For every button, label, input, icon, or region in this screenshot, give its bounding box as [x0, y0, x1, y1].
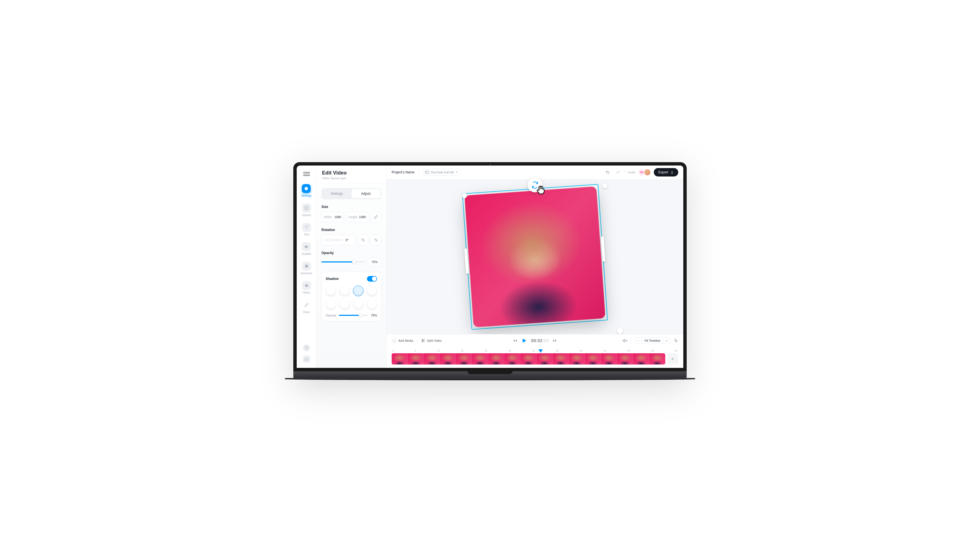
tab-settings[interactable]: Settings — [322, 189, 352, 199]
upload-icon — [670, 170, 674, 174]
ruler-tick: 20 — [485, 349, 487, 352]
pencil-icon — [302, 301, 311, 309]
flip-h-icon — [361, 238, 365, 242]
resize-handle-tr[interactable] — [602, 183, 608, 188]
clip-thumbnail — [633, 353, 649, 364]
export-button[interactable]: Export — [654, 168, 678, 177]
ruler-tick: 60 — [675, 349, 678, 352]
svg-point-9 — [422, 339, 423, 341]
opacity-value[interactable]: 75% — [368, 258, 381, 266]
shadow-toggle[interactable] — [367, 276, 377, 282]
elements-icon — [302, 262, 311, 270]
grab-cursor-icon — [535, 184, 546, 197]
main-area: Project's Name YouTube Full HD Invite — [387, 165, 683, 368]
panel-subtitle: Video Name.mp4 — [322, 177, 381, 180]
rotation-label: Rotation — [321, 228, 381, 232]
waveform-button[interactable] — [674, 338, 678, 343]
clip-thumbnail — [504, 353, 520, 364]
sidebar-item-elements[interactable]: Elements — [301, 260, 312, 277]
svg-point-1 — [305, 207, 306, 207]
zoom-out-button[interactable]: − — [635, 337, 642, 344]
shadow-label: Shadow — [326, 277, 339, 281]
shadow-swatch[interactable] — [326, 299, 336, 310]
clip-thumbnail — [601, 353, 617, 364]
width-label: Width — [324, 215, 332, 219]
height-input[interactable]: Height 1080 — [346, 212, 369, 222]
image-icon — [302, 204, 311, 212]
ruler-tick: 50 — [627, 349, 630, 352]
undo-button[interactable] — [603, 168, 611, 176]
plus-icon: + — [392, 338, 397, 343]
invite-button[interactable]: Invite — [628, 170, 635, 174]
split-video-button[interactable]: Split Video — [422, 339, 442, 342]
shadow-swatch[interactable] — [353, 299, 364, 310]
rotation-slider[interactable]: 0° — [321, 235, 355, 245]
sidebar-item-filters[interactable]: Filters — [302, 279, 311, 296]
preset-selector[interactable]: YouTube Full HD — [423, 169, 460, 176]
forward-button[interactable] — [553, 338, 557, 343]
sidebar-item-label: Subtitle — [302, 252, 311, 255]
flip-vertical-button[interactable] — [371, 235, 381, 245]
redo-button[interactable] — [614, 168, 622, 176]
topbar: Project's Name YouTube Full HD Invite — [387, 165, 683, 180]
sidebar-item-text[interactable]: Text — [302, 221, 311, 238]
ruler-tick: 25 — [508, 349, 511, 352]
project-name[interactable]: Project's Name — [392, 170, 414, 174]
control-bar: + Add Media Split Video 00:02:23 − — [387, 334, 683, 347]
video-thumbnail — [465, 186, 606, 328]
shadow-swatch[interactable] — [366, 299, 377, 310]
shadow-swatch[interactable] — [339, 299, 350, 310]
ruler-tick: 15 — [461, 349, 464, 352]
clip-thumbnail — [408, 353, 424, 364]
preset-label: YouTube Full HD — [431, 170, 454, 174]
chevron-down-icon — [456, 171, 458, 173]
collaborators[interactable]: SK — [638, 169, 651, 176]
opacity-slider[interactable] — [321, 261, 365, 263]
clip-thumbnail — [440, 353, 456, 364]
shadow-swatch[interactable] — [366, 286, 377, 296]
clip-thumbnail — [392, 353, 408, 364]
ruler-tick: 55 — [651, 349, 654, 352]
menu-toggle-button[interactable] — [303, 170, 310, 177]
volume-button[interactable] — [623, 338, 628, 343]
timecode-active: 00:02: — [531, 338, 544, 343]
rewind-button[interactable] — [513, 338, 517, 343]
sidebar-item-settings[interactable]: Settings — [301, 182, 311, 199]
width-input[interactable]: Width 1080 — [321, 212, 344, 222]
shadow-swatch[interactable] — [326, 286, 336, 296]
add-media-button[interactable]: + Add Media — [392, 338, 413, 343]
sidebar-item-draw[interactable]: Draw — [302, 299, 311, 315]
ruler-tick: 40 — [580, 349, 582, 352]
svg-rect-2 — [305, 246, 308, 248]
sidebar-item-label: Draw — [303, 310, 310, 313]
svg-point-10 — [422, 341, 423, 342]
sidebar-item-subtitle[interactable]: Subtitle — [302, 240, 311, 257]
link-icon — [374, 215, 378, 219]
add-track-button[interactable]: + — [667, 353, 678, 364]
split-video-label: Split Video — [427, 339, 442, 342]
shadow-opacity-slider[interactable] — [339, 315, 368, 316]
fit-timeline-button[interactable]: Fit Timeline — [642, 337, 663, 344]
scissors-icon — [422, 339, 425, 342]
zoom-in-button[interactable]: + — [663, 337, 670, 344]
video-frame[interactable] — [465, 186, 606, 328]
flip-horizontal-button[interactable] — [358, 235, 368, 245]
help-button[interactable] — [303, 344, 310, 352]
tab-adjust[interactable]: Adjust — [352, 189, 381, 199]
clip-thumbnail — [649, 353, 665, 364]
play-button[interactable] — [521, 337, 527, 344]
shadow-swatch[interactable] — [353, 286, 364, 296]
timeline-ruler[interactable]: 0 5 10 15 20 25 30 35 40 45 50 55 60 — [392, 349, 678, 353]
lock-aspect-button[interactable] — [371, 212, 381, 222]
shadow-swatch[interactable] — [339, 286, 350, 296]
clip-thumbnail — [617, 353, 633, 364]
display-icon — [425, 171, 429, 174]
height-value: 1080 — [359, 215, 366, 219]
timecode: 00:02:23 — [531, 338, 549, 343]
video-track[interactable] — [392, 353, 665, 364]
resize-handle-br[interactable] — [617, 328, 623, 334]
sidebar-item-upload[interactable]: Upload — [302, 202, 311, 218]
canvas[interactable] — [387, 180, 683, 334]
playhead[interactable] — [538, 349, 543, 353]
keyboard-button[interactable] — [303, 355, 310, 363]
